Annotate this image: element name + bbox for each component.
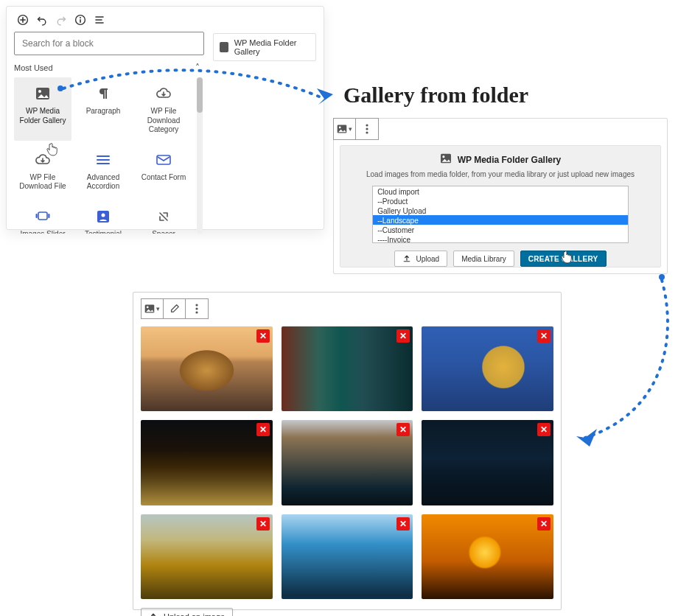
- svg-point-17: [366, 131, 368, 133]
- gallery-image[interactable]: ✕: [141, 514, 273, 599]
- block-item-label: Contact Form: [138, 173, 189, 183]
- scrollbar-thumb[interactable]: [197, 77, 203, 113]
- svg-rect-6: [157, 155, 170, 164]
- block-item-label: WP Media Folder Gallery: [17, 107, 69, 125]
- delete-image-icon[interactable]: ✕: [537, 423, 551, 436]
- folder-option[interactable]: Cloud import: [373, 186, 628, 196]
- block-inserter-left: Most Used ˄ WP Media Folder Gallery: [14, 32, 204, 234]
- block-item-advanced-accordion[interactable]: Advanced Accordion: [74, 144, 132, 197]
- cloud-download-icon: [138, 83, 189, 104]
- delete-image-icon[interactable]: ✕: [256, 329, 270, 343]
- most-used-label: Most Used: [14, 63, 53, 72]
- svg-point-5: [38, 90, 41, 93]
- delete-image-icon[interactable]: ✕: [256, 423, 270, 436]
- upload-image-button[interactable]: Upload an image: [141, 608, 233, 616]
- gallery-image[interactable]: ✕: [422, 514, 553, 599]
- delete-image-icon[interactable]: ✕: [396, 423, 410, 436]
- gallery-from-folder-heading: Gallery from folder: [343, 83, 528, 108]
- undo-icon[interactable]: [35, 13, 49, 27]
- carousel-icon: [17, 206, 69, 227]
- block-inserter-preview: WP Media Folder Gallery: [212, 32, 316, 234]
- block-item-label: Images Slider: [17, 230, 69, 234]
- folder-option[interactable]: Gallery Upload: [373, 206, 628, 215]
- create-gallery-button[interactable]: CREATE GALLERY: [520, 251, 607, 267]
- svg-point-23: [195, 304, 198, 306]
- block-item-label: Testimonial: [77, 230, 129, 234]
- block-toolbar: ▾: [141, 298, 209, 319]
- placeholder-subtitle: Load images from media folder, from your…: [348, 170, 653, 178]
- menu-lines-icon: [77, 150, 129, 170]
- mail-icon: [138, 150, 189, 170]
- outline-icon[interactable]: [92, 13, 107, 27]
- spacer-icon: [138, 206, 189, 227]
- delete-image-icon[interactable]: ✕: [396, 329, 410, 343]
- scrollbar[interactable]: [197, 77, 203, 234]
- gallery-image[interactable]: ✕: [282, 514, 413, 599]
- block-toolbar: ▾: [333, 118, 379, 140]
- block-item-testimonial[interactable]: Testimonial: [74, 200, 132, 234]
- folder-option[interactable]: --Product: [373, 196, 628, 206]
- folder-option[interactable]: --Customer: [373, 225, 628, 234]
- gallery-image[interactable]: ✕: [141, 420, 273, 505]
- svg-rect-7: [38, 212, 47, 220]
- delete-image-icon[interactable]: ✕: [396, 517, 410, 531]
- svg-point-19: [442, 155, 444, 158]
- pilcrow-icon: [77, 83, 129, 104]
- create-gallery-button-label: CREATE GALLERY: [528, 255, 598, 263]
- flow-arrow-2: [567, 273, 678, 457]
- delete-image-icon[interactable]: ✕: [537, 517, 551, 531]
- gallery-image[interactable]: ✕: [282, 420, 413, 505]
- svg-point-24: [195, 307, 198, 309]
- redo-icon[interactable]: [54, 13, 69, 27]
- svg-point-11: [102, 213, 105, 217]
- selected-block-token: WP Media Folder Gallery: [213, 33, 316, 61]
- block-item-wpmf-gallery[interactable]: WP Media Folder Gallery: [14, 77, 71, 141]
- media-library-button[interactable]: Media Library: [453, 251, 514, 267]
- block-search-input[interactable]: [14, 32, 204, 55]
- delete-image-icon[interactable]: ✕: [256, 517, 270, 531]
- block-item-wpfd-category[interactable]: WP File Download Category: [135, 77, 192, 141]
- svg-rect-8: [36, 214, 38, 218]
- gallery-image[interactable]: ✕: [282, 326, 413, 411]
- placeholder-title: WP Media Folder Gallery: [458, 155, 561, 165]
- image-icon: [220, 42, 228, 52]
- upload-image-label: Upload an image: [164, 612, 225, 616]
- block-item-label: WP File Download File: [17, 173, 69, 192]
- svg-point-16: [366, 127, 368, 130]
- edit-gallery-button[interactable]: [164, 299, 186, 318]
- block-item-spacer[interactable]: Spacer: [135, 200, 192, 234]
- block-item-label: Advanced Accordion: [77, 173, 129, 192]
- upload-button-label: Upload: [416, 255, 439, 263]
- delete-image-icon[interactable]: ✕: [537, 329, 551, 343]
- block-type-switcher[interactable]: ▾: [141, 299, 164, 318]
- chevron-down-icon: ▾: [156, 305, 160, 312]
- block-item-wpfd-file[interactable]: WP File Download File: [14, 144, 71, 197]
- image-icon: [440, 153, 452, 166]
- gallery-image[interactable]: ✕: [422, 420, 553, 505]
- svg-point-15: [366, 124, 368, 126]
- image-icon: [17, 83, 69, 104]
- info-icon[interactable]: [73, 13, 88, 27]
- block-item-label: Spacer: [138, 230, 189, 234]
- svg-rect-3: [80, 19, 81, 23]
- folder-select-list[interactable]: Cloud import --Product Gallery Upload --…: [372, 186, 629, 243]
- add-block-icon[interactable]: [15, 13, 30, 27]
- block-item-images-slider[interactable]: Images Slider: [14, 200, 71, 234]
- block-type-switcher[interactable]: ▾: [334, 119, 356, 139]
- gallery-folder-placeholder: WP Media Folder Gallery Load images from…: [340, 145, 661, 267]
- svg-point-2: [80, 17, 81, 18]
- gallery-image[interactable]: ✕: [141, 326, 273, 411]
- svg-rect-9: [48, 214, 49, 218]
- folder-option[interactable]: ----Invoice: [373, 234, 628, 244]
- most-used-section-header[interactable]: Most Used ˄: [14, 63, 204, 73]
- block-inserter-panel: Most Used ˄ WP Media Folder Gallery: [6, 6, 324, 230]
- gallery-image[interactable]: ✕: [422, 326, 553, 411]
- upload-button[interactable]: Upload: [394, 251, 447, 267]
- block-more-menu[interactable]: [186, 299, 208, 318]
- block-more-menu[interactable]: [356, 119, 378, 139]
- chevron-down-icon: ▾: [349, 125, 352, 133]
- block-item-paragraph[interactable]: Paragraph: [74, 77, 132, 141]
- gallery-result-panel: ▾ ✕ ✕ ✕ ✕ ✕ ✕ ✕ ✕ ✕ Upload an image: [133, 292, 562, 610]
- block-item-contact-form[interactable]: Contact Form: [135, 144, 192, 197]
- folder-option-selected[interactable]: --Landscape: [373, 215, 628, 225]
